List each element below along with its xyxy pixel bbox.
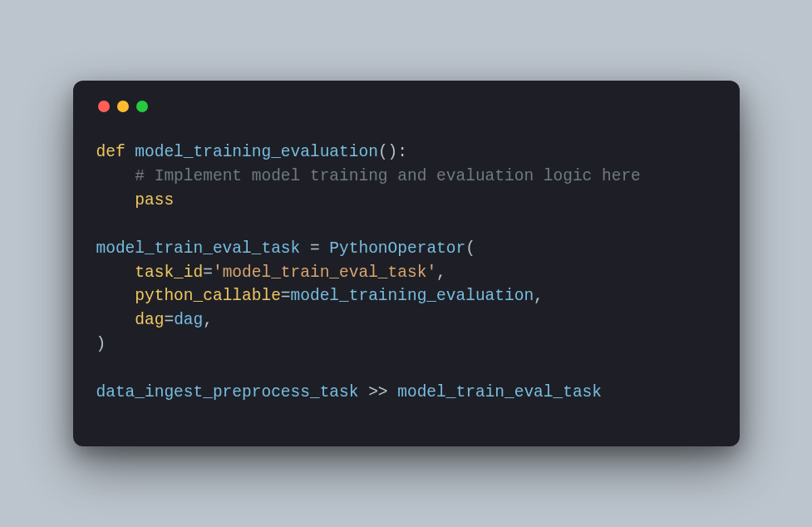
indent xyxy=(96,287,135,305)
indent xyxy=(96,191,135,209)
maximize-icon[interactable] xyxy=(136,101,148,112)
indent xyxy=(96,167,135,185)
comma: , xyxy=(436,264,446,282)
punctuation: (): xyxy=(378,143,407,161)
operator-assign: = xyxy=(164,311,174,329)
variable-name: model_train_eval_task xyxy=(96,239,301,258)
code-block: def model_training_evaluation(): # Imple… xyxy=(96,140,716,404)
minimize-icon[interactable] xyxy=(117,101,129,112)
param-dag: dag xyxy=(135,311,164,329)
close-icon[interactable] xyxy=(98,101,110,112)
function-name: model_training_evaluation xyxy=(135,143,378,161)
code-window: def model_training_evaluation(): # Imple… xyxy=(73,81,740,446)
indent xyxy=(96,311,135,329)
identifier: model_training_evaluation xyxy=(291,287,534,305)
comma: , xyxy=(203,311,213,329)
operator-assign: = xyxy=(203,264,213,282)
identifier: dag xyxy=(174,311,203,329)
operator-assign: = xyxy=(281,287,291,305)
indent xyxy=(96,264,135,282)
comma: , xyxy=(534,287,544,305)
identifier-lhs: data_ingest_preprocess_task xyxy=(96,383,359,401)
comment: # Implement model training and evaluatio… xyxy=(135,167,641,185)
keyword-pass: pass xyxy=(135,191,174,209)
string-literal: 'model_train_eval_task' xyxy=(213,264,436,282)
identifier-rhs: model_train_eval_task xyxy=(397,383,602,401)
paren-open: ( xyxy=(465,239,475,258)
paren-close: ) xyxy=(96,335,106,353)
param-task-id: task_id xyxy=(135,264,203,282)
traffic-lights xyxy=(98,101,716,112)
keyword-def: def xyxy=(96,143,135,161)
operator-shift: >> xyxy=(358,383,397,401)
operator-assign: = xyxy=(300,239,329,258)
param-python-callable: python_callable xyxy=(135,287,281,305)
class-name: PythonOperator xyxy=(329,239,465,258)
